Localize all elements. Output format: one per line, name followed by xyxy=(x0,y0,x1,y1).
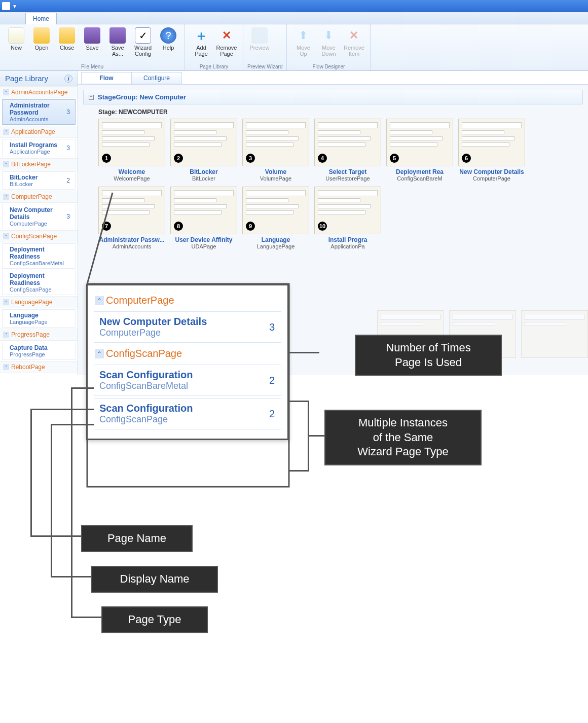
usage-count: 3 xyxy=(66,213,71,220)
page-name: AdminAccounts xyxy=(10,116,66,122)
thumb-page-name: LanguagePage xyxy=(242,243,309,249)
collapse-icon[interactable] xyxy=(89,95,94,100)
stage-thumb-10[interactable]: 10Install PrograApplicationPa xyxy=(314,187,381,249)
help-button[interactable]: ?Help xyxy=(156,26,180,63)
button-label: New xyxy=(11,45,22,51)
usage-count: 2 xyxy=(269,375,276,376)
chevron-up-icon: ⌃ xyxy=(3,89,9,95)
stage-thumb-8[interactable]: 8User Device AffinityUDAPage xyxy=(170,187,237,249)
button-label: Move Down xyxy=(317,45,340,57)
callout-page-item[interactable]: New Computer DetailsComputerPage3 xyxy=(94,311,281,343)
addpage-button[interactable]: ＋Add Page xyxy=(189,26,213,63)
rmitem-button: ✕Remove Item xyxy=(342,26,366,63)
group-name: LanguagePage xyxy=(11,299,52,306)
stage-thumb-5[interactable]: 5Deployment ReaConfigScanBareM xyxy=(386,119,453,182)
thumb-display-name: Welcome xyxy=(98,166,165,175)
thumb-display-name: BitLocker xyxy=(170,166,237,175)
chevron-up-icon: ⌃ xyxy=(3,129,9,135)
chevron-up-icon: ⌃ xyxy=(3,194,9,200)
thumb-page-name: WelcomePage xyxy=(98,175,165,182)
rmpage-button[interactable]: ✕Remove Page xyxy=(214,26,239,63)
page-item[interactable]: Deployment ReadinessConfigScanBareMetal xyxy=(2,243,76,269)
thumbnail-image: 8 xyxy=(170,187,237,234)
usage-count: 2 xyxy=(66,177,71,184)
page-item[interactable]: Install ProgramsApplicationPage3 xyxy=(2,139,76,157)
group-header-LanguagePage[interactable]: ⌃LanguagePage xyxy=(0,296,78,308)
step-badge: 2 xyxy=(174,154,183,163)
stage-thumb-9[interactable]: 9LanguageLanguagePage xyxy=(242,187,309,249)
stage-thumb-7[interactable]: 7Administrator Passw...AdminAccounts xyxy=(98,187,165,249)
page-item[interactable]: LanguageLanguagePage xyxy=(2,309,76,328)
group-header-BitLockerPage[interactable]: ⌃BitLockerPage xyxy=(0,158,78,170)
thumb-display-name: New Computer Details xyxy=(458,166,525,175)
stagegroup-title: StageGroup: New Computer xyxy=(98,93,186,101)
page-name: ComputerPage xyxy=(99,328,207,338)
callout-group-header[interactable]: ⌃ConfigScanPage xyxy=(93,345,282,363)
chevron-up-icon: ⌃ xyxy=(3,161,9,167)
info-icon[interactable]: i xyxy=(64,75,72,83)
stage-thumb-6[interactable]: 6New Computer DetailsComputerPage xyxy=(458,119,525,182)
group-header-RebootPage[interactable]: ⌃RebootPage xyxy=(0,361,78,373)
button-label: Preview xyxy=(249,45,269,51)
thumbnail-image: 9 xyxy=(242,187,309,234)
group-name: ApplicationPage xyxy=(11,128,55,135)
preview-icon xyxy=(251,27,268,44)
page-item[interactable]: Deployment ReadinessConfigScanPage xyxy=(2,270,76,295)
group-header-ConfigScanPage[interactable]: ⌃ConfigScanPage xyxy=(0,230,78,242)
new-button[interactable]: New xyxy=(4,26,28,63)
callout-group-header[interactable]: ⌃ComputerPage xyxy=(93,292,282,309)
page-item[interactable]: Capture DataProgressPage xyxy=(2,342,76,360)
group-name: ConfigScanPage xyxy=(11,233,57,240)
button-label: Remove Page xyxy=(215,45,238,57)
group-name: ConfigScanPage xyxy=(106,348,182,359)
group-name: ProgressPage xyxy=(11,331,50,338)
qat-dropdown-icon[interactable]: ▼ xyxy=(12,4,17,9)
thumb-display-name: Install Progra xyxy=(314,234,381,243)
group-header-ProgressPage[interactable]: ⌃ProgressPage xyxy=(0,329,78,341)
preview-button: Preview xyxy=(247,26,272,63)
thumb-display-name: Language xyxy=(242,234,309,243)
group-header-ApplicationPage[interactable]: ⌃ApplicationPage xyxy=(0,126,78,138)
tab-home[interactable]: Home xyxy=(25,13,57,24)
thumb-page-name: AdminAccounts xyxy=(98,243,165,249)
stagegroup-header[interactable]: StageGroup: New Computer xyxy=(83,90,583,104)
stage-label: Stage: NEWCOMPUTER xyxy=(78,104,588,119)
page-item[interactable]: New Computer DetailsComputerPage3 xyxy=(2,204,76,229)
stage-thumb-3[interactable]: 3VolumeVolumePage xyxy=(242,119,309,182)
step-badge: 8 xyxy=(174,222,183,231)
group-header-ComputerPage[interactable]: ⌃ComputerPage xyxy=(0,191,78,203)
thumb-page-name: BitLocker xyxy=(170,175,237,182)
callout-page-item[interactable]: Scan ConfigurationConfigScanBareMetal2 xyxy=(94,365,281,375)
step-badge: 9 xyxy=(246,222,255,231)
subtab-configure[interactable]: Configure xyxy=(131,72,182,84)
wizcfg-button[interactable]: ✓Wizard Config xyxy=(131,26,155,63)
page-name: ApplicationPage xyxy=(10,149,57,155)
stage-thumb-2[interactable]: 2BitLockerBitLocker xyxy=(170,119,237,182)
thumbnail-image: 4 xyxy=(314,119,381,166)
close-button[interactable]: Close xyxy=(55,26,79,63)
button-label: Move Up xyxy=(292,45,314,57)
title-bar: ▼ xyxy=(0,0,588,12)
subtab-flow[interactable]: Flow xyxy=(81,72,132,84)
thumbnail-image: 2 xyxy=(170,119,237,166)
group-header-AdminAccountsPage[interactable]: ⌃AdminAccountsPage xyxy=(0,86,78,98)
folder-icon xyxy=(59,27,75,44)
display-name: New Computer Details xyxy=(99,316,207,328)
group-name: ComputerPage xyxy=(106,295,174,306)
group-name: AdminAccountsPage xyxy=(11,89,67,96)
thumbnail-image xyxy=(521,310,588,358)
page-library-title: Page Library xyxy=(5,74,48,83)
usage-count: 3 xyxy=(66,144,71,152)
saveas-button[interactable]: Save As... xyxy=(105,26,130,63)
page-item[interactable]: Administrator PasswordAdminAccounts3 xyxy=(2,99,76,125)
help-icon: ? xyxy=(160,27,176,44)
page-name: ConfigScanPage xyxy=(10,286,70,293)
stage-thumb-4[interactable]: 4Select TargetUserRestorePage xyxy=(314,119,381,182)
stage-thumb-1[interactable]: 1WelcomeWelcomePage xyxy=(98,119,165,182)
page-item[interactable]: BitLockerBitLocker2 xyxy=(2,171,76,190)
zoom-callout: ⌃ComputerPageNew Computer DetailsCompute… xyxy=(86,284,289,375)
app-icon xyxy=(2,2,10,10)
open-button[interactable]: Open xyxy=(29,26,54,63)
chevron-up-icon: ⌃ xyxy=(3,299,9,305)
save-button[interactable]: Save xyxy=(80,26,104,63)
